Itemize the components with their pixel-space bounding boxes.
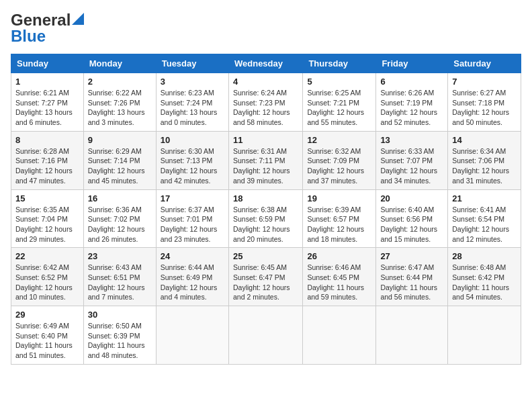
day-info: Sunrise: 6:50 AM Sunset: 6:39 PM Dayligh… xyxy=(88,321,152,361)
weekday-header-row: SundayMondayTuesdayWednesdayThursdayFrid… xyxy=(11,54,521,73)
day-info: Sunrise: 6:41 AM Sunset: 6:54 PM Dayligh… xyxy=(452,205,517,244)
calendar-week-row: 1Sunrise: 6:21 AM Sunset: 7:27 PM Daylig… xyxy=(11,73,521,132)
day-info: Sunrise: 6:42 AM Sunset: 6:52 PM Dayligh… xyxy=(15,263,79,302)
calendar-cell xyxy=(376,306,448,365)
day-info: Sunrise: 6:38 AM Sunset: 6:59 PM Dayligh… xyxy=(233,205,298,244)
weekday-header-saturday: Saturday xyxy=(448,54,521,73)
calendar-cell: 21Sunrise: 6:41 AM Sunset: 6:54 PM Dayli… xyxy=(448,189,521,248)
calendar-table: SundayMondayTuesdayWednesdayThursdayFrid… xyxy=(11,54,521,365)
day-number: 27 xyxy=(380,251,443,261)
day-number: 1 xyxy=(15,77,79,87)
weekday-header-monday: Monday xyxy=(83,54,156,73)
calendar-cell: 22Sunrise: 6:42 AM Sunset: 6:52 PM Dayli… xyxy=(11,248,84,306)
day-info: Sunrise: 6:26 AM Sunset: 7:19 PM Dayligh… xyxy=(380,88,443,128)
calendar-cell: 26Sunrise: 6:46 AM Sunset: 6:45 PM Dayli… xyxy=(303,248,376,306)
day-number: 26 xyxy=(307,251,371,261)
day-info: Sunrise: 6:36 AM Sunset: 7:02 PM Dayligh… xyxy=(88,205,152,244)
day-number: 12 xyxy=(307,135,371,145)
calendar-cell: 5Sunrise: 6:25 AM Sunset: 7:21 PM Daylig… xyxy=(303,73,376,132)
day-info: Sunrise: 6:45 AM Sunset: 6:47 PM Dayligh… xyxy=(233,263,298,302)
day-info: Sunrise: 6:40 AM Sunset: 6:56 PM Dayligh… xyxy=(380,205,443,244)
day-info: Sunrise: 6:31 AM Sunset: 7:11 PM Dayligh… xyxy=(233,146,298,186)
calendar-cell: 15Sunrise: 6:35 AM Sunset: 7:04 PM Dayli… xyxy=(11,189,84,248)
day-number: 10 xyxy=(161,135,224,145)
day-number: 30 xyxy=(88,310,152,320)
calendar-cell: 24Sunrise: 6:44 AM Sunset: 6:49 PM Dayli… xyxy=(156,248,228,306)
calendar-cell: 29Sunrise: 6:49 AM Sunset: 6:40 PM Dayli… xyxy=(11,306,84,365)
calendar-week-row: 29Sunrise: 6:49 AM Sunset: 6:40 PM Dayli… xyxy=(11,306,521,365)
weekday-header-thursday: Thursday xyxy=(303,54,376,73)
day-number: 5 xyxy=(307,77,371,87)
day-number: 7 xyxy=(452,77,517,87)
day-info: Sunrise: 6:48 AM Sunset: 6:42 PM Dayligh… xyxy=(452,263,517,302)
day-number: 6 xyxy=(380,77,443,87)
calendar-cell: 3Sunrise: 6:23 AM Sunset: 7:24 PM Daylig… xyxy=(156,73,228,132)
calendar-cell: 17Sunrise: 6:37 AM Sunset: 7:01 PM Dayli… xyxy=(156,189,228,248)
day-number: 11 xyxy=(233,135,298,145)
calendar-cell xyxy=(448,306,521,365)
calendar-cell: 2Sunrise: 6:22 AM Sunset: 7:26 PM Daylig… xyxy=(83,73,156,132)
day-info: Sunrise: 6:44 AM Sunset: 6:49 PM Dayligh… xyxy=(161,263,224,302)
day-info: Sunrise: 6:34 AM Sunset: 7:06 PM Dayligh… xyxy=(452,146,517,186)
calendar-cell: 19Sunrise: 6:39 AM Sunset: 6:57 PM Dayli… xyxy=(303,189,376,248)
day-info: Sunrise: 6:21 AM Sunset: 7:27 PM Dayligh… xyxy=(15,88,79,128)
day-number: 29 xyxy=(15,310,79,320)
day-number: 17 xyxy=(161,193,224,203)
day-number: 15 xyxy=(15,193,79,203)
day-info: Sunrise: 6:49 AM Sunset: 6:40 PM Dayligh… xyxy=(15,321,79,361)
day-number: 9 xyxy=(88,135,152,145)
calendar-week-row: 15Sunrise: 6:35 AM Sunset: 7:04 PM Dayli… xyxy=(11,189,521,248)
day-number: 22 xyxy=(15,251,79,261)
day-info: Sunrise: 6:37 AM Sunset: 7:01 PM Dayligh… xyxy=(161,205,224,244)
day-number: 8 xyxy=(15,135,79,145)
calendar-cell: 9Sunrise: 6:29 AM Sunset: 7:14 PM Daylig… xyxy=(83,131,156,189)
calendar-cell: 20Sunrise: 6:40 AM Sunset: 6:56 PM Dayli… xyxy=(376,189,448,248)
weekday-header-sunday: Sunday xyxy=(11,54,84,73)
weekday-header-wednesday: Wednesday xyxy=(228,54,302,73)
day-number: 24 xyxy=(161,251,224,261)
calendar-cell: 28Sunrise: 6:48 AM Sunset: 6:42 PM Dayli… xyxy=(448,248,521,306)
day-info: Sunrise: 6:32 AM Sunset: 7:09 PM Dayligh… xyxy=(307,146,371,186)
calendar-cell: 4Sunrise: 6:24 AM Sunset: 7:23 PM Daylig… xyxy=(228,73,302,132)
day-number: 19 xyxy=(307,193,371,203)
weekday-header-tuesday: Tuesday xyxy=(156,54,228,73)
calendar-cell: 23Sunrise: 6:43 AM Sunset: 6:51 PM Dayli… xyxy=(83,248,156,306)
calendar-week-row: 8Sunrise: 6:28 AM Sunset: 7:16 PM Daylig… xyxy=(11,131,521,189)
day-info: Sunrise: 6:43 AM Sunset: 6:51 PM Dayligh… xyxy=(88,263,152,302)
page-header: General Blue xyxy=(11,11,521,46)
day-number: 16 xyxy=(88,193,152,203)
day-info: Sunrise: 6:39 AM Sunset: 6:57 PM Dayligh… xyxy=(307,205,371,244)
day-number: 3 xyxy=(161,77,224,87)
day-info: Sunrise: 6:47 AM Sunset: 6:44 PM Dayligh… xyxy=(380,263,443,302)
day-info: Sunrise: 6:24 AM Sunset: 7:23 PM Dayligh… xyxy=(233,88,298,128)
day-info: Sunrise: 6:25 AM Sunset: 7:21 PM Dayligh… xyxy=(307,88,371,128)
calendar-cell: 30Sunrise: 6:50 AM Sunset: 6:39 PM Dayli… xyxy=(83,306,156,365)
day-info: Sunrise: 6:33 AM Sunset: 7:07 PM Dayligh… xyxy=(380,146,443,186)
calendar-cell: 27Sunrise: 6:47 AM Sunset: 6:44 PM Dayli… xyxy=(376,248,448,306)
calendar-cell: 7Sunrise: 6:27 AM Sunset: 7:18 PM Daylig… xyxy=(448,73,521,132)
day-number: 4 xyxy=(233,77,298,87)
calendar-cell: 16Sunrise: 6:36 AM Sunset: 7:02 PM Dayli… xyxy=(83,189,156,248)
calendar-cell: 6Sunrise: 6:26 AM Sunset: 7:19 PM Daylig… xyxy=(376,73,448,132)
day-number: 13 xyxy=(380,135,443,145)
day-info: Sunrise: 6:28 AM Sunset: 7:16 PM Dayligh… xyxy=(15,146,79,186)
day-number: 21 xyxy=(452,193,517,203)
calendar-cell: 10Sunrise: 6:30 AM Sunset: 7:13 PM Dayli… xyxy=(156,131,228,189)
day-number: 28 xyxy=(452,251,517,261)
day-info: Sunrise: 6:29 AM Sunset: 7:14 PM Dayligh… xyxy=(88,146,152,186)
calendar-body: 1Sunrise: 6:21 AM Sunset: 7:27 PM Daylig… xyxy=(11,73,521,365)
calendar-week-row: 22Sunrise: 6:42 AM Sunset: 6:52 PM Dayli… xyxy=(11,248,521,306)
calendar-cell: 14Sunrise: 6:34 AM Sunset: 7:06 PM Dayli… xyxy=(448,131,521,189)
calendar-cell: 8Sunrise: 6:28 AM Sunset: 7:16 PM Daylig… xyxy=(11,131,84,189)
calendar-cell: 12Sunrise: 6:32 AM Sunset: 7:09 PM Dayli… xyxy=(303,131,376,189)
calendar-cell xyxy=(228,306,302,365)
logo-icon xyxy=(72,13,84,25)
calendar-cell: 18Sunrise: 6:38 AM Sunset: 6:59 PM Dayli… xyxy=(228,189,302,248)
logo: General Blue xyxy=(11,11,84,46)
calendar-cell: 11Sunrise: 6:31 AM Sunset: 7:11 PM Dayli… xyxy=(228,131,302,189)
calendar-cell: 1Sunrise: 6:21 AM Sunset: 7:27 PM Daylig… xyxy=(11,73,84,132)
svg-marker-0 xyxy=(72,13,84,25)
calendar-cell xyxy=(156,306,228,365)
day-number: 18 xyxy=(233,193,298,203)
day-number: 23 xyxy=(88,251,152,261)
